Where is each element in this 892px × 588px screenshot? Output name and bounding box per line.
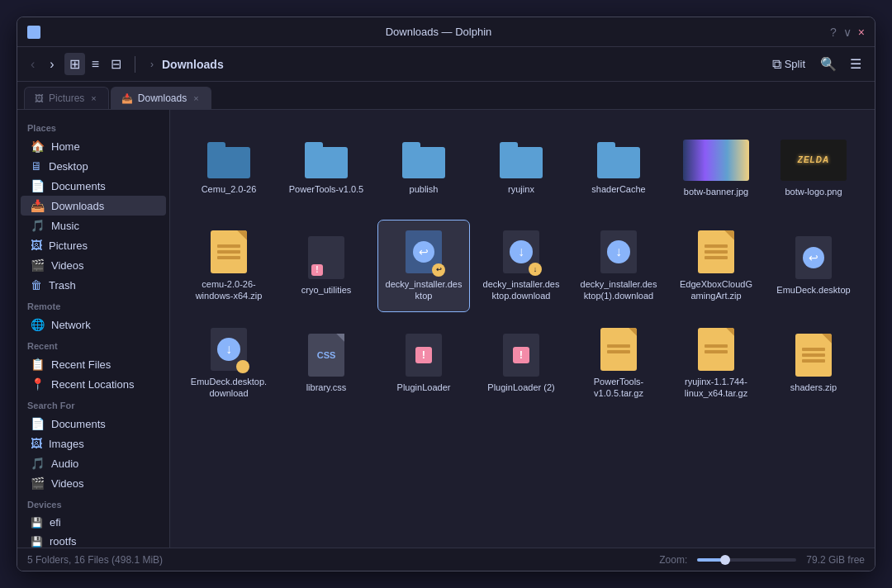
sidebar-item-recent-locations[interactable]: 📍 Recent Locations — [21, 374, 166, 394]
file-shaders-zip[interactable]: shaders.zip — [768, 318, 859, 409]
sidebar-item-search-videos[interactable]: 🎬 Videos — [21, 473, 166, 493]
file-ryujinx-name: ryujinx — [508, 183, 534, 195]
folder-ryujinx-icon — [500, 142, 543, 178]
file-shadercache[interactable]: shaderCache — [573, 123, 664, 214]
pluginloader-icon: ! — [406, 334, 442, 377]
forward-button[interactable]: › — [45, 54, 59, 75]
menu-button[interactable]: ☰ — [845, 53, 866, 75]
zoom-thumb[interactable] — [720, 555, 730, 565]
file-cryo-name: cryo_utilities — [301, 284, 352, 296]
sidebar-item-network[interactable]: 🌐 Network — [21, 315, 166, 334]
file-powertools-tar[interactable]: PowerTools-v1.0.5.tar.gz — [573, 318, 664, 409]
ryujinx-tar-icon — [698, 328, 734, 371]
file-ryujinx[interactable]: ryujinx — [476, 123, 567, 214]
toolbar-right: ⧉ Split 🔍 ☰ — [766, 53, 866, 75]
sidebar-rootfs-label: rootfs — [50, 535, 156, 548]
sidebar-item-music[interactable]: 🎵 Music — [21, 216, 166, 235]
file-powertools[interactable]: PowerTools-v1.0.5 — [281, 123, 372, 214]
tab-pictures[interactable]: 🖼 Pictures × — [24, 87, 109, 109]
videos-icon: 🎬 — [31, 258, 45, 272]
folder-publish-icon — [402, 142, 445, 178]
music-icon: 🎵 — [31, 219, 45, 232]
file-decky2-name: decky_installer.desktop.download — [482, 278, 560, 302]
icon-view-button[interactable]: ⊞ — [64, 53, 85, 75]
file-pluginloader2-name: PluginLoader (2) — [487, 382, 554, 393]
sidebar-item-home[interactable]: 🏠 Home — [21, 136, 166, 156]
tab-pictures-close[interactable]: × — [89, 92, 97, 104]
file-pluginloader[interactable]: ! PluginLoader — [378, 318, 469, 409]
toolbar: ‹ › ⊞ ≡ ⊟ › Downloads ⧉ Split 🔍 ☰ — [17, 47, 875, 82]
file-cemu[interactable]: Cemu_2.0-26 — [183, 123, 274, 214]
file-publish[interactable]: publish — [378, 123, 469, 214]
file-library-css[interactable]: CSS library.css — [281, 318, 372, 409]
rootfs-icon: 💾 — [31, 536, 43, 548]
file-cryo[interactable]: ! cryo_utilities — [281, 220, 372, 311]
search-button[interactable]: 🔍 — [815, 53, 842, 75]
edgexbox-icon — [698, 230, 734, 273]
compact-view-button[interactable]: ≡ — [87, 53, 104, 75]
tree-view-button[interactable]: ⊟ — [106, 53, 126, 75]
botw-logo-thumb: ZELDA — [780, 140, 847, 181]
sidebar-item-search-documents[interactable]: 📄 Documents — [21, 414, 166, 434]
file-decky3[interactable]: ↓ decky_installer.desktop(1).download — [573, 220, 664, 311]
file-edgexbox-name: EdgeXboxCloudGamingArt.zip — [677, 278, 755, 302]
file-decky1-name: decky_installer.desktop — [385, 278, 463, 302]
sidebar-item-rootfs[interactable]: 💾 rootfs — [21, 532, 166, 548]
sidebar-search-audio-label: Audio — [51, 458, 156, 470]
file-shaders-zip-name: shaders.zip — [790, 382, 837, 393]
tab-pictures-label: Pictures — [49, 92, 84, 104]
tab-pictures-icon: 🖼 — [35, 93, 44, 103]
file-emudeck-desktop[interactable]: ↩ EmuDeck.desktop — [768, 220, 859, 311]
sidebar-home-label: Home — [51, 140, 156, 153]
cryo-icon: ! — [308, 236, 344, 279]
file-cemu-zip[interactable]: cemu-2.0-26-windows-x64.zip — [183, 220, 274, 311]
sidebar-item-recent-files[interactable]: 📋 Recent Files — [21, 354, 166, 374]
sidebar-item-search-images[interactable]: 🖼 Images — [21, 434, 166, 453]
file-botw-banner[interactable]: botw-banner.jpg — [671, 123, 762, 214]
sidebar-item-efi[interactable]: 💾 efi — [21, 513, 166, 532]
pluginloader2-icon: ! — [503, 334, 539, 377]
back-button[interactable]: ‹ — [26, 54, 40, 75]
breadcrumb-downloads[interactable]: Downloads — [157, 55, 229, 74]
sidebar-item-desktop[interactable]: 🖥 Desktop — [21, 156, 166, 176]
search-videos-icon: 🎬 — [31, 477, 45, 490]
tabbar: 🖼 Pictures × 📥 Downloads × — [17, 82, 875, 110]
file-ryujinx-tar[interactable]: ryujinx-1.1.744-linux_x64.tar.gz — [671, 318, 762, 409]
tab-downloads-close[interactable]: × — [192, 92, 200, 104]
minimize-button[interactable]: ∨ — [843, 26, 852, 39]
emudeck-download-icon: ↓ — [211, 328, 247, 371]
split-icon: ⧉ — [772, 57, 781, 72]
zoom-slider[interactable] — [697, 558, 796, 562]
file-powertools-tar-name: PowerTools-v1.0.5.tar.gz — [580, 376, 657, 400]
devices-label: Devices — [17, 493, 169, 513]
file-decky2[interactable]: ↓ ↓ decky_installer.desktop.download — [476, 220, 567, 311]
sidebar-search-documents-label: Documents — [51, 418, 156, 430]
search-images-icon: 🖼 — [31, 437, 42, 450]
close-button[interactable]: × — [858, 26, 865, 39]
sidebar-item-pictures[interactable]: 🖼 Pictures — [21, 235, 166, 255]
sidebar-efi-label: efi — [50, 516, 156, 529]
sidebar-item-trash[interactable]: 🗑 Trash — [21, 275, 166, 295]
file-pluginloader2[interactable]: ! PluginLoader (2) — [476, 318, 567, 409]
file-emudeck-download[interactable]: ↓ EmuDeck.desktop.download — [183, 318, 274, 409]
tab-downloads[interactable]: 📥 Downloads × — [111, 87, 211, 109]
documents-icon: 📄 — [31, 179, 45, 192]
file-ryujinx-tar-name: ryujinx-1.1.744-linux_x64.tar.gz — [677, 376, 755, 400]
file-botw-logo[interactable]: ZELDA botw-logo.png — [768, 123, 859, 214]
file-cemu-name: Cemu_2.0-26 — [202, 183, 257, 195]
sidebar-item-search-audio[interactable]: 🎵 Audio — [21, 453, 166, 473]
sidebar-item-documents[interactable]: 📄 Documents — [21, 176, 166, 196]
sidebar-music-label: Music — [51, 220, 156, 232]
recent-label: Recent — [17, 334, 169, 354]
file-decky1[interactable]: ↩ ↩ decky_installer.desktop — [378, 220, 469, 311]
pictures-icon: 🖼 — [31, 239, 42, 252]
sidebar-item-videos[interactable]: 🎬 Videos — [21, 255, 166, 275]
help-button[interactable]: ? — [830, 26, 837, 39]
desktop-icon-sidebar: 🖥 — [31, 159, 42, 173]
places-label: Places — [17, 116, 169, 136]
file-library-css-name: library.css — [306, 382, 347, 393]
sidebar-item-downloads[interactable]: 📥 Downloads — [21, 196, 166, 216]
file-edgexbox[interactable]: EdgeXboxCloudGamingArt.zip — [671, 220, 762, 311]
split-button[interactable]: ⧉ Split — [766, 54, 812, 75]
search-documents-icon: 📄 — [31, 417, 45, 430]
